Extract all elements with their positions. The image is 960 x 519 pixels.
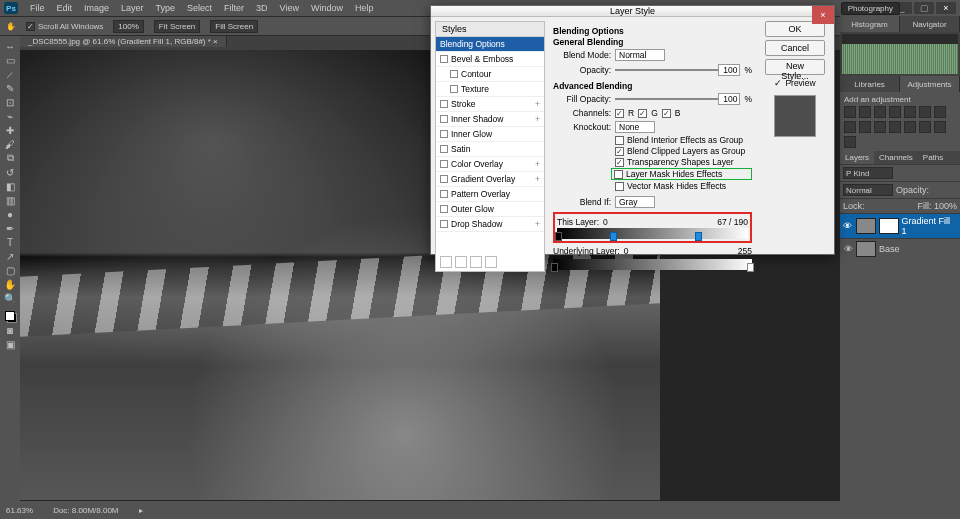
brush-tool-icon[interactable]: 🖌 [2, 137, 18, 151]
screen-mode-icon[interactable]: ▣ [2, 337, 18, 351]
cancel-button[interactable]: Cancel [765, 40, 825, 56]
fx-item-outer-glow[interactable]: Outer Glow [436, 202, 544, 217]
opacity-slider[interactable]: 100 [615, 64, 740, 76]
fx-save-button[interactable] [440, 256, 452, 268]
window-restore-button[interactable]: ▢ [914, 2, 934, 14]
adj-brightness-icon[interactable] [844, 106, 856, 118]
layer-filter-kind[interactable]: P Kind [843, 167, 893, 179]
fx-item-pattern-overlay[interactable]: Pattern Overlay [436, 187, 544, 202]
new-style-button[interactable]: New Style... [765, 59, 825, 75]
vector-mask-hides-checkbox[interactable] [615, 182, 624, 191]
adj-gradient-map-icon[interactable] [934, 121, 946, 133]
quick-select-tool-icon[interactable]: ✎ [2, 81, 18, 95]
channel-b-checkbox[interactable]: ✓ [662, 109, 671, 118]
history-brush-tool-icon[interactable]: ↺ [2, 165, 18, 179]
pen-tool-icon[interactable]: ✒ [2, 221, 18, 235]
channel-r-checkbox[interactable]: ✓ [615, 109, 624, 118]
path-select-tool-icon[interactable]: ↗ [2, 249, 18, 263]
menu-edit[interactable]: Edit [51, 3, 79, 13]
fill-screen-button[interactable]: Fill Screen [210, 20, 258, 33]
layer-row-base[interactable]: 👁 Base [840, 238, 960, 259]
visibility-toggle-icon[interactable]: 👁 [843, 244, 853, 254]
menu-type[interactable]: Type [150, 3, 182, 13]
eraser-tool-icon[interactable]: ◧ [2, 179, 18, 193]
tab-channels[interactable]: Channels [874, 151, 918, 164]
hand-tool-icon2[interactable]: ✋ [2, 277, 18, 291]
menu-file[interactable]: File [24, 3, 51, 13]
adj-invert-icon[interactable] [889, 121, 901, 133]
crop-tool-icon[interactable]: ⊡ [2, 95, 18, 109]
move-tool-icon[interactable]: ↔ [2, 39, 18, 53]
fx-item-blending-options[interactable]: Blending Options [436, 37, 544, 52]
tab-libraries[interactable]: Libraries [840, 76, 900, 92]
dialog-close-button[interactable]: × [812, 6, 834, 24]
underlying-blend-slider[interactable] [553, 259, 752, 270]
fx-item-texture[interactable]: Texture [436, 82, 544, 97]
type-tool-icon[interactable]: T [2, 235, 18, 249]
zoom-100-button[interactable]: 100% [113, 20, 143, 33]
fill-opacity-slider[interactable]: 100 [615, 93, 740, 105]
blend-interior-checkbox[interactable] [615, 136, 624, 145]
menu-3d[interactable]: 3D [250, 3, 274, 13]
zoom-readout[interactable]: 61.63% [6, 506, 33, 515]
shape-tool-icon[interactable]: ▢ [2, 263, 18, 277]
fx-item-gradient-overlay[interactable]: Gradient Overlay+ [436, 172, 544, 187]
knockout-select[interactable]: None [615, 121, 655, 133]
document-tab[interactable]: _DSC8555.jpg @ 61.6% (Gradient Fill 1, R… [20, 36, 227, 47]
marquee-tool-icon[interactable]: ▭ [2, 53, 18, 67]
fx-item-drop-shadow[interactable]: Drop Shadow+ [436, 217, 544, 232]
fx-item-satin[interactable]: Satin [436, 142, 544, 157]
fx-up-button[interactable] [455, 256, 467, 268]
workspace-switcher[interactable]: Photography [841, 2, 900, 15]
adj-posterize-icon[interactable] [904, 121, 916, 133]
window-close-button[interactable]: × [936, 2, 956, 14]
channel-g-checkbox[interactable]: ✓ [638, 109, 647, 118]
fx-item-stroke[interactable]: Stroke+ [436, 97, 544, 112]
scroll-all-windows-checkbox[interactable]: ✓Scroll All Windows [26, 22, 103, 31]
preview-checkbox[interactable]: ✓ [774, 78, 782, 88]
menu-window[interactable]: Window [305, 3, 349, 13]
visibility-toggle-icon[interactable]: 👁 [843, 221, 853, 231]
fx-item-bevel-emboss[interactable]: Bevel & Emboss [436, 52, 544, 67]
stamp-tool-icon[interactable]: ⧉ [2, 151, 18, 165]
tab-histogram[interactable]: Histogram [840, 16, 900, 32]
blend-if-select[interactable]: Gray [615, 196, 655, 208]
fx-down-button[interactable] [470, 256, 482, 268]
adj-selective-color-icon[interactable] [844, 136, 856, 148]
adj-photo-filter-icon[interactable] [844, 121, 856, 133]
adj-threshold-icon[interactable] [919, 121, 931, 133]
this-layer-blend-slider[interactable] [557, 228, 748, 239]
healing-tool-icon[interactable]: ✚ [2, 123, 18, 137]
quick-mask-icon[interactable]: ◙ [2, 323, 18, 337]
adj-exposure-icon[interactable] [889, 106, 901, 118]
menu-help[interactable]: Help [349, 3, 380, 13]
layer-thumb[interactable] [856, 218, 876, 234]
lasso-tool-icon[interactable]: ⟋ [2, 67, 18, 81]
adj-vibrance-icon[interactable] [904, 106, 916, 118]
menu-view[interactable]: View [274, 3, 305, 13]
tab-navigator[interactable]: Navigator [900, 16, 960, 32]
adj-levels-icon[interactable] [859, 106, 871, 118]
fit-screen-button[interactable]: Fit Screen [154, 20, 200, 33]
zoom-tool-icon[interactable]: 🔍 [2, 291, 18, 305]
color-swatches[interactable] [3, 309, 17, 323]
menu-filter[interactable]: Filter [218, 3, 250, 13]
gradient-tool-icon[interactable]: ▥ [2, 193, 18, 207]
menu-image[interactable]: Image [78, 3, 115, 13]
layer-mask-hides-checkbox[interactable] [614, 170, 623, 179]
fx-item-inner-glow[interactable]: Inner Glow [436, 127, 544, 142]
adj-curves-icon[interactable] [874, 106, 886, 118]
layer-mask-thumb[interactable] [879, 218, 899, 234]
tab-adjustments[interactable]: Adjustments [900, 76, 960, 92]
tab-paths[interactable]: Paths [918, 151, 948, 164]
menu-layer[interactable]: Layer [115, 3, 150, 13]
fx-item-contour[interactable]: Contour [436, 67, 544, 82]
fx-item-inner-shadow[interactable]: Inner Shadow+ [436, 112, 544, 127]
transparency-shapes-checkbox[interactable]: ✓ [615, 158, 624, 167]
layer-thumb[interactable] [856, 241, 876, 257]
blend-mode-select[interactable]: Normal [615, 49, 665, 61]
dodge-tool-icon[interactable]: ● [2, 207, 18, 221]
tab-layers[interactable]: Layers [840, 151, 874, 164]
adj-channel-mixer-icon[interactable] [859, 121, 871, 133]
fx-trash-button[interactable] [485, 256, 497, 268]
